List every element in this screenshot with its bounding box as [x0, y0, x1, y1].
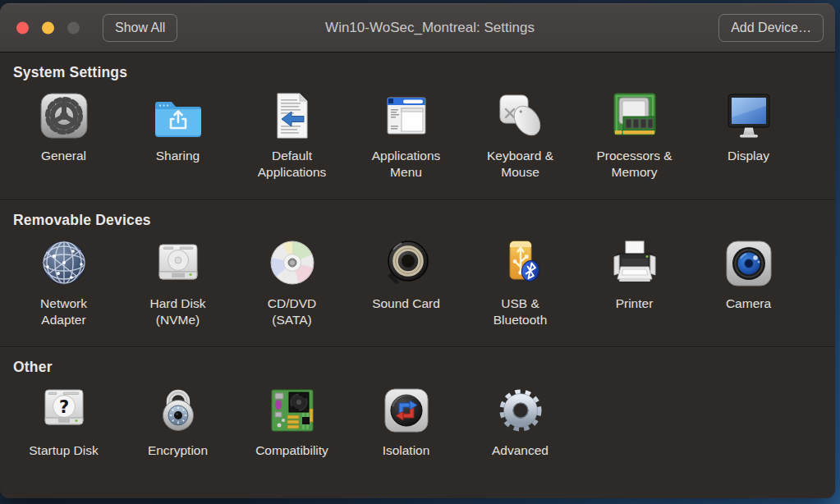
tile-label: Startup Disk [29, 442, 98, 459]
applications-menu-window-icon [380, 89, 433, 142]
tile-network-adapter[interactable]: Network Adapter [13, 232, 115, 329]
zoom-disabled-button-icon [67, 21, 80, 34]
section-header: Other [13, 359, 835, 376]
advanced-gear-icon [494, 384, 547, 437]
sharing-folder-icon [152, 89, 204, 142]
compatibility-board-icon [266, 384, 319, 437]
tile-cd-dvd-sata[interactable]: CD/DVD (SATA) [241, 232, 343, 329]
tile-label: Default Applications [246, 148, 338, 181]
tile-label: CD/DVD (SATA) [246, 296, 338, 329]
speaker-icon [380, 237, 433, 290]
tile-label: USB & Bluetooth [475, 296, 567, 329]
tile-startup-disk[interactable]: ?Startup Disk [13, 379, 115, 459]
icon-grid: GeneralSharingDefault ApplicationsApplic… [0, 85, 835, 181]
tile-camera[interactable]: Camera [698, 232, 800, 329]
tile-label: Isolation [383, 442, 430, 459]
tile-keyboard-mouse[interactable]: Keyboard & Mouse [470, 85, 571, 181]
tile-advanced[interactable]: Advanced [470, 379, 571, 459]
tile-sharing[interactable]: Sharing [127, 85, 229, 181]
tile-hard-disk-nvme[interactable]: Hard Disk (NVMe) [127, 232, 229, 329]
icon-grid: Network AdapterHard Disk (NVMe)CD/DVD (S… [0, 232, 835, 329]
close-button-icon[interactable] [16, 21, 29, 34]
tile-label: Keyboard & Mouse [475, 148, 567, 181]
isolation-arrows-icon [380, 384, 433, 437]
tile-default-applications[interactable]: Default Applications [241, 85, 343, 181]
tile-general[interactable]: General [13, 85, 115, 181]
icon-grid: ?Startup DiskEncryptionCompatibilityIsol… [0, 379, 835, 459]
section-header: System Settings [13, 64, 835, 81]
tile-label: General [41, 148, 86, 164]
window-title: Win10-WoSec_Montreal: Settings [164, 20, 695, 36]
tile-label: Advanced [492, 442, 549, 459]
general-gear-icon [38, 89, 90, 142]
add-device-button[interactable]: Add Device… [718, 14, 824, 42]
section-system-settings: System Settings GeneralSharingDefault Ap… [0, 53, 835, 199]
tile-processors-memory[interactable]: Processors & Memory [584, 85, 686, 181]
tile-applications-menu[interactable]: Applications Menu [356, 85, 457, 181]
processor-memory-icon [608, 89, 661, 142]
tile-label: Compatibility [255, 442, 328, 459]
tile-printer[interactable]: Printer [584, 232, 686, 329]
cd-disc-icon [266, 237, 319, 290]
section-other: Other ?Startup DiskEncryptionCompatibili… [0, 346, 835, 459]
traffic-lights [16, 21, 80, 34]
section-header: Removable Devices [13, 212, 835, 229]
minimize-button-icon[interactable] [42, 21, 54, 34]
display-monitor-icon [723, 89, 775, 142]
settings-content: System Settings GeneralSharingDefault Ap… [0, 53, 835, 459]
keyboard-mouse-icon [494, 89, 547, 142]
tile-label: Printer [616, 296, 654, 312]
tile-label: Applications Menu [360, 148, 452, 181]
svg-text:?: ? [58, 397, 68, 417]
tile-compatibility[interactable]: Compatibility [241, 379, 343, 459]
tile-label: Display [728, 148, 769, 164]
printer-icon [608, 237, 661, 290]
tile-sound-card[interactable]: Sound Card [356, 232, 457, 329]
network-globe-icon [38, 237, 90, 290]
startup-disk-icon: ? [38, 384, 90, 437]
settings-window: Show All Win10-WoSec_Montreal: Settings … [0, 3, 835, 498]
tile-label: Encryption [148, 442, 208, 459]
default-apps-document-icon [266, 89, 319, 142]
titlebar[interactable]: Show All Win10-WoSec_Montreal: Settings … [0, 3, 835, 53]
tile-label: Sharing [156, 148, 200, 164]
tile-label: Processors & Memory [589, 148, 681, 181]
hard-disk-icon [152, 237, 204, 290]
tile-label: Camera [726, 296, 771, 312]
tile-isolation[interactable]: Isolation [356, 379, 457, 459]
tile-label: Sound Card [372, 296, 440, 312]
tile-label: Hard Disk (NVMe) [132, 296, 224, 329]
tile-usb-bluetooth[interactable]: USB & Bluetooth [470, 232, 571, 329]
tile-display[interactable]: Display [698, 85, 800, 181]
tile-encryption[interactable]: Encryption [127, 379, 229, 459]
usb-bluetooth-icon [494, 237, 547, 290]
encryption-lock-icon [152, 384, 204, 437]
section-removable-devices: Removable Devices Network AdapterHard Di… [0, 199, 835, 346]
camera-icon [723, 237, 775, 290]
tile-label: Network Adapter [18, 296, 110, 329]
